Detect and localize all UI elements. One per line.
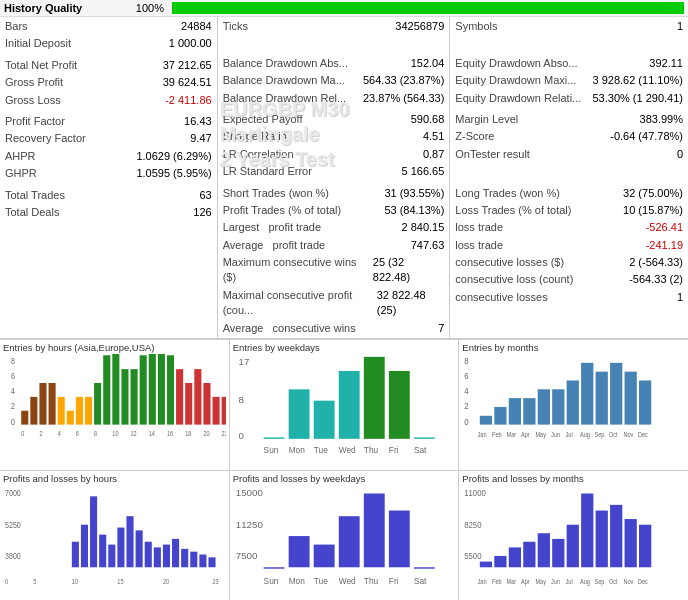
stat-value: -526.41 [646,220,683,235]
svg-rect-138 [567,524,579,567]
quality-bar-container [172,2,684,14]
history-quality-row: History Quality 100% [0,0,688,17]
stat-row-grossprofit: Gross Profit 39 624.51 [3,74,214,91]
stat-value: 564.33 (23.87%) [363,73,444,88]
svg-rect-72 [610,363,622,425]
svg-text:6: 6 [465,371,470,382]
stat-label: Ticks [223,19,248,34]
chart-pnl-months: Profits and losses by months 11000 8250 … [459,471,688,600]
svg-text:May: May [536,577,547,586]
stat-row-edr: Equity Drawdown Relati... 53.30% (1 290.… [453,90,685,107]
stat-value: 32 822.48 (25) [377,288,445,319]
chart-title-pnl-hours: Profits and losses by hours [3,473,226,484]
chart-pnl-weekdays: Profits and losses by weekdays 15000 112… [230,471,460,600]
svg-text:2: 2 [465,401,470,412]
quality-label: History Quality [4,2,124,14]
stats-col3: Symbols 1 Equity Drawdown Abso... 392.11… [450,17,688,338]
stat-row-long: Long Trades (won %) 32 (75.00%) [453,185,685,202]
svg-text:Jan: Jan [478,432,487,438]
svg-text:Feb: Feb [492,432,502,438]
svg-text:Sat: Sat [414,445,427,455]
svg-rect-119 [363,493,384,567]
svg-rect-96 [126,516,133,567]
stat-label: LR Standard Error [223,164,312,179]
svg-rect-132 [480,561,492,567]
svg-rect-121 [414,567,435,568]
svg-rect-47 [338,371,359,439]
stat-row-bdm: Balance Drawdown Ma... 564.33 (23.87%) [221,72,447,89]
svg-text:8: 8 [465,356,470,367]
stat-value: 2 840.15 [401,220,444,235]
stat-label: Gross Profit [5,75,63,90]
svg-text:Dec: Dec [638,432,648,438]
stat-label: Profit Trades (% of total) [223,203,342,218]
stat-value: 5 166.65 [401,164,444,179]
svg-rect-15 [112,354,119,425]
svg-rect-142 [625,519,637,567]
stat-value: 2 (-564.33) [629,255,683,270]
svg-rect-26 [213,397,220,425]
svg-text:0: 0 [21,429,25,437]
svg-rect-27 [222,397,226,425]
svg-rect-65 [509,398,521,424]
svg-rect-73 [625,372,637,425]
svg-text:4: 4 [58,429,62,437]
svg-text:16: 16 [167,429,174,437]
svg-rect-100 [163,544,170,567]
svg-text:8: 8 [94,429,98,437]
stat-row-symbols: Symbols 1 [453,18,685,35]
svg-rect-20 [158,354,165,425]
three-col-stats: Bars 24884 Initial Deposit 1 000.00 Tota… [0,17,688,339]
stat-label: consecutive losses [455,290,547,305]
svg-rect-67 [538,389,550,424]
svg-rect-8 [49,383,56,425]
chart-title-entries-hours: Entries by hours (Asia,Europe,USA) [3,342,226,353]
stat-label: Equity Drawdown Abso... [455,56,577,71]
stat-row-ahpr: AHPR 1.0629 (6.29%) [3,148,214,165]
svg-text:12: 12 [131,429,138,437]
stat-label: Balance Drawdown Ma... [223,73,345,88]
stat-row-recovery: Recovery Factor 9.47 [3,130,214,147]
svg-text:15: 15 [117,577,123,585]
svg-text:Mar: Mar [507,432,517,438]
stat-row-short: Short Trades (won %) 31 (93.55%) [221,185,447,202]
stat-row-empty3b [453,163,685,180]
svg-rect-143 [639,524,651,567]
chart-title-entries-weekdays: Entries by weekdays [233,342,456,353]
stat-row-max-wins: Maximum consecutive wins ($) 25 (32 822.… [221,254,447,287]
svg-text:15000: 15000 [235,487,263,498]
stat-value: 24884 [181,19,212,34]
svg-rect-140 [596,510,608,567]
stat-row-ontester: OnTester result 0 [453,146,685,163]
chart-pnl-hours: Profits and losses by hours 7000 5250 38… [0,471,230,600]
svg-rect-102 [181,548,188,566]
chart-svg-weekdays: 17 8 0 [233,354,456,481]
stat-value: 1 000.00 [169,36,212,51]
stat-row-bda: Balance Drawdown Abs... 152.04 [221,55,447,72]
svg-text:Jul: Jul [566,432,573,438]
stat-row-ep: Expected Payoff 590.68 [221,111,447,128]
svg-rect-16 [121,369,128,424]
svg-rect-117 [313,544,334,567]
stat-label: consecutive loss (count) [455,272,573,287]
svg-rect-24 [194,369,201,424]
svg-text:0: 0 [465,416,470,427]
stat-value: 152.04 [411,56,445,71]
svg-text:3800: 3800 [5,549,21,561]
stat-label: Long Trades (won %) [455,186,560,201]
stat-row-maximal-loss: consecutive loss (count) -564.33 (2) [453,271,685,288]
stat-label: Sharpe Ratio [223,129,287,144]
svg-rect-21 [167,355,174,424]
stat-label: Largest profit trade [223,220,321,235]
svg-text:Mon: Mon [288,576,305,586]
svg-rect-7 [39,383,46,425]
stat-value: -564.33 (2) [629,272,683,287]
stat-value: 747.63 [411,238,445,253]
svg-text:2: 2 [11,402,15,412]
svg-rect-136 [538,533,550,567]
quality-value: 100% [124,2,164,14]
svg-rect-12 [85,397,92,425]
svg-text:18: 18 [185,429,192,437]
svg-text:Aug: Aug [580,432,590,438]
svg-rect-50 [414,437,435,438]
